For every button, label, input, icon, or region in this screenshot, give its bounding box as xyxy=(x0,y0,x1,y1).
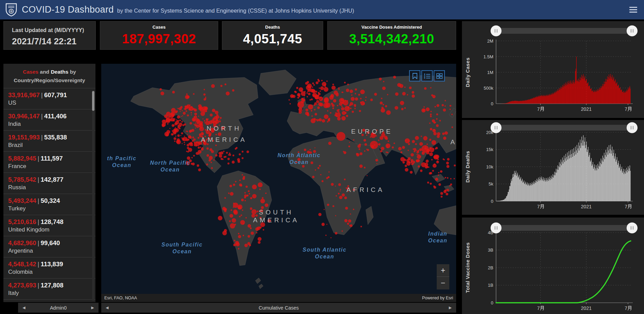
svg-text:A: A xyxy=(450,138,456,146)
slider-handle-left[interactable] xyxy=(491,26,501,36)
separator: | xyxy=(36,282,41,289)
separator: | xyxy=(36,197,41,204)
bookmark-button[interactable] xyxy=(409,70,420,81)
x-tick-label: 7 xyxy=(537,106,540,112)
svg-text:Ocean: Ocean xyxy=(161,167,180,173)
basemap-grid-icon xyxy=(436,73,443,79)
country-deaths: 128,748 xyxy=(41,218,63,225)
y-axis-title: Total Vaccine Doses xyxy=(465,242,470,293)
y-tick-label: 500k xyxy=(484,86,494,91)
country-row[interactable]: 4,015,084|81,043Spain xyxy=(3,300,95,302)
cases-panel: Cases 187,997,302 xyxy=(100,21,218,50)
y-axis-title: Daily Cases xyxy=(465,58,470,87)
country-name: France xyxy=(8,163,95,170)
last-updated-value: 2021/7/14 22:21 xyxy=(12,36,95,47)
legend-list-icon xyxy=(424,73,430,79)
country-cases: 5,210,616 xyxy=(8,218,36,225)
series-daily-deaths xyxy=(496,135,631,201)
time-slider-track[interactable] xyxy=(495,125,632,131)
basemap-gallery-button[interactable] xyxy=(434,70,445,81)
country-row[interactable]: 33,916,967|607,791US xyxy=(3,88,95,109)
y-tick-label: 3B xyxy=(488,248,493,253)
svg-text:North Pacific: North Pacific xyxy=(150,160,190,166)
time-slider-track[interactable] xyxy=(495,28,632,34)
country-cases: 5,882,945 xyxy=(8,155,36,162)
zoom-out-button[interactable]: − xyxy=(437,277,449,289)
header-titles: COVID-19 Dashboard by the Center for Sys… xyxy=(22,4,354,15)
country-row[interactable]: 5,493,244|50,324Turkey xyxy=(3,194,95,215)
deaths-panel: Deaths 4,051,745 xyxy=(222,21,323,50)
zoom-in-button[interactable]: + xyxy=(437,264,449,277)
country-deaths: 99,640 xyxy=(41,239,60,246)
slider-handle-left[interactable] xyxy=(491,223,501,234)
country-row[interactable]: 5,785,542|142,877Russia xyxy=(3,173,95,194)
svg-text:EUROPE: EUROPE xyxy=(351,128,393,135)
country-row[interactable]: 5,210,616|128,748United Kingdom xyxy=(3,215,95,236)
country-numbers: 5,210,616|128,748 xyxy=(8,218,95,226)
svg-text:Ocean: Ocean xyxy=(289,159,309,165)
x-tick-label: 7 xyxy=(537,305,540,311)
country-deaths: 111,597 xyxy=(41,155,63,162)
x-tick-label: 7 xyxy=(625,204,627,209)
slider-handle-right[interactable] xyxy=(627,223,638,234)
page-title: COVID-19 Dashboard xyxy=(22,4,114,15)
country-cases: 4,548,142 xyxy=(8,260,36,268)
daily-cases-chart[interactable]: 2M1.5M1M500k0720217Daily Cases xyxy=(462,21,644,118)
slider-handle-right[interactable] xyxy=(627,122,638,133)
country-row[interactable]: 4,682,960|99,640Argentina xyxy=(3,236,95,257)
title-line2: Country/Region/Sovereignty xyxy=(14,77,85,83)
country-name: India xyxy=(8,121,95,128)
left-arrow-icon[interactable]: ◀ xyxy=(101,305,113,310)
country-cases: 33,916,967 xyxy=(8,91,40,99)
month-glyph xyxy=(540,107,543,111)
cumulative-cases-tab-bar: ◀ Cumulative Cases ▶ xyxy=(101,303,456,313)
country-name: Colombia xyxy=(8,269,95,275)
cumulative-cases-tab-label[interactable]: Cumulative Cases xyxy=(113,305,444,311)
y-tick-label: 0 xyxy=(491,300,493,305)
country-row[interactable]: 19,151,993|535,838Brazil xyxy=(3,131,95,152)
right-arrow-icon[interactable]: ▶ xyxy=(445,305,456,310)
map-toolbar xyxy=(409,70,445,81)
slider-handle-right[interactable] xyxy=(627,26,638,36)
total-vaccine-doses-chart[interactable]: 4B3B2B1B0720217Total Vaccine Doses xyxy=(462,218,644,314)
country-numbers: 4,682,960|99,640 xyxy=(8,239,95,247)
cases-label: Cases xyxy=(100,21,218,30)
legend-button[interactable] xyxy=(421,70,433,81)
country-row[interactable]: 5,882,945|111,597France xyxy=(3,152,95,173)
time-slider-track[interactable] xyxy=(495,225,632,231)
country-deaths: 607,791 xyxy=(44,91,67,99)
svg-text:Indian: Indian xyxy=(428,231,447,237)
daily-deaths-chart[interactable]: 20k15k10k5k0720217Daily Deaths xyxy=(462,120,644,215)
scrollbar-thumb[interactable] xyxy=(92,91,94,111)
country-numbers: 30,946,147|411,406 xyxy=(8,113,95,120)
svg-text:th Pacific: th Pacific xyxy=(107,155,136,161)
attribution-esri: Powered by Esri xyxy=(422,296,453,300)
menu-icon[interactable] xyxy=(629,5,637,14)
country-row[interactable]: 30,946,147|411,406India xyxy=(3,109,95,131)
country-deaths: 411,406 xyxy=(44,113,66,120)
world-map[interactable]: NORTHAMERICAEUROPEAFRICASOUTHAMERICAAth … xyxy=(101,64,456,294)
y-tick-label: 1M xyxy=(487,70,493,75)
slider-handle-left[interactable] xyxy=(491,122,501,133)
x-tick-label: 7 xyxy=(625,106,627,112)
right-arrow-icon[interactable]: ▶ xyxy=(87,305,99,310)
left-arrow-icon[interactable]: ◀ xyxy=(18,305,30,310)
country-name: Russia xyxy=(8,184,95,191)
country-row[interactable]: 4,548,142|113,839Colombia xyxy=(3,257,95,279)
country-list-panel: Cases and Deaths by Country/Region/Sover… xyxy=(3,64,95,302)
country-row[interactable]: 4,273,693|127,808Italy xyxy=(3,279,95,300)
svg-text:AMERICA: AMERICA xyxy=(253,216,299,224)
title-and: and xyxy=(40,69,49,75)
last-updated-panel: Last Updated at (M/D/YYYY) 2021/7/14 22:… xyxy=(3,21,96,50)
x-tick-label: 2021 xyxy=(581,106,591,112)
country-name: US xyxy=(8,100,95,106)
admin0-tab-label[interactable]: Admin0 xyxy=(30,305,87,311)
scrollbar-track[interactable] xyxy=(92,90,94,301)
country-name: United Kingdom xyxy=(8,226,95,233)
svg-text:South Atlantic: South Atlantic xyxy=(303,247,347,253)
y-tick-label: 1B xyxy=(488,283,493,288)
x-tick-label: 2021 xyxy=(581,204,591,209)
separator: | xyxy=(36,218,41,225)
country-list-title: Cases and Deaths by Country/Region/Sover… xyxy=(3,64,95,88)
country-deaths: 113,839 xyxy=(41,260,63,268)
